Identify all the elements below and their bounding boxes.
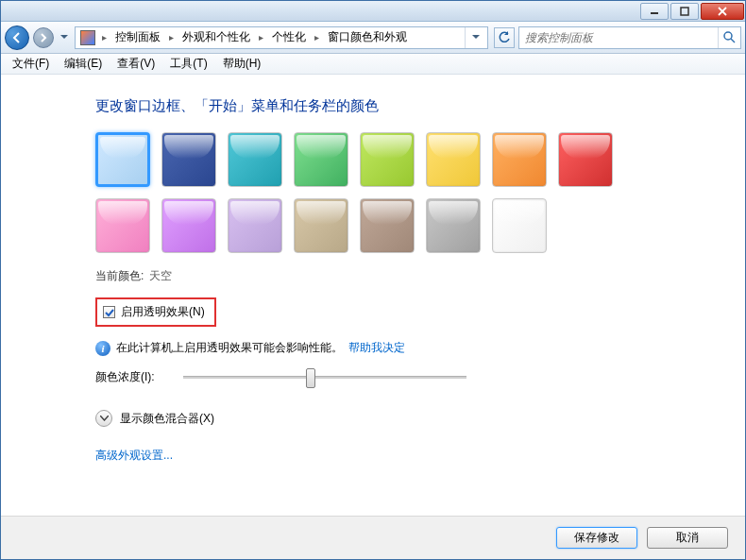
color-swatch[interactable]: [360, 198, 415, 253]
color-swatch[interactable]: [161, 132, 216, 187]
search-input[interactable]: [519, 27, 718, 48]
menu-help[interactable]: 帮助(H): [215, 55, 269, 74]
performance-warning-text: 在此计算机上启用透明效果可能会影响性能。: [116, 340, 343, 356]
titlebar: [1, 1, 745, 22]
back-button[interactable]: [5, 25, 29, 50]
color-swatch[interactable]: [161, 198, 216, 253]
search-button[interactable]: [718, 27, 740, 48]
current-color-label: 当前颜色:: [95, 268, 144, 284]
color-swatch[interactable]: [360, 132, 415, 187]
cancel-button[interactable]: 取消: [647, 527, 728, 549]
breadcrumb-segment[interactable]: 窗口颜色和外观: [323, 28, 412, 47]
page-heading: 更改窗口边框、「开始」菜单和任务栏的颜色: [95, 97, 711, 115]
color-swatch[interactable]: [426, 132, 481, 187]
color-swatches: [95, 132, 662, 253]
color-mixer-row: 显示颜色混合器(X): [95, 410, 711, 427]
transparency-checkbox[interactable]: [103, 306, 115, 318]
breadcrumb-segment[interactable]: 控制面板: [110, 28, 165, 47]
color-swatch[interactable]: [294, 132, 348, 187]
intensity-slider[interactable]: [183, 376, 466, 379]
info-icon: i: [95, 341, 110, 356]
intensity-label: 颜色浓度(I):: [95, 369, 155, 385]
breadcrumb-segment[interactable]: 外观和个性化: [178, 28, 255, 47]
address-dropdown[interactable]: [465, 27, 485, 48]
color-swatch[interactable]: [492, 198, 547, 253]
menu-tools[interactable]: 工具(T): [162, 55, 214, 74]
footer-bar: 保存修改 取消: [1, 516, 745, 559]
forward-button[interactable]: [33, 27, 54, 48]
close-button[interactable]: [701, 3, 744, 20]
control-panel-icon: [80, 30, 95, 45]
navigation-bar: ▸ 控制面板 ▸ 外观和个性化 ▸ 个性化 ▸ 窗口颜色和外观: [1, 22, 745, 54]
advanced-appearance-link[interactable]: 高级外观设置...: [95, 448, 173, 464]
svg-rect-1: [681, 8, 688, 15]
transparency-label: 启用透明效果(N): [121, 304, 205, 320]
menu-bar: 文件(F) 编辑(E) 查看(V) 工具(T) 帮助(H): [1, 54, 745, 75]
menu-edit[interactable]: 编辑(E): [57, 55, 110, 74]
chevron-right-icon: ▸: [313, 32, 321, 42]
menu-view[interactable]: 查看(V): [110, 55, 162, 74]
chevron-right-icon: ▸: [167, 32, 176, 42]
transparency-highlight: 启用透明效果(N): [95, 297, 216, 327]
mixer-label: 显示颜色混合器(X): [120, 411, 214, 427]
color-swatch[interactable]: [228, 132, 282, 187]
chevron-right-icon: ▸: [257, 32, 265, 42]
color-swatch[interactable]: [294, 198, 348, 253]
expand-mixer-button[interactable]: [95, 410, 112, 427]
search-bar: [518, 26, 741, 49]
color-swatch[interactable]: [492, 132, 547, 187]
content-area: 更改窗口边框、「开始」菜单和任务栏的颜色 当前颜色: 天空 启用透明效果(N) …: [1, 75, 745, 516]
intensity-row: 颜色浓度(I):: [95, 369, 711, 385]
current-color-value: 天空: [149, 268, 172, 284]
maximize-button[interactable]: [670, 3, 699, 20]
color-swatch[interactable]: [95, 132, 150, 187]
menu-file[interactable]: 文件(F): [5, 55, 57, 74]
color-swatch[interactable]: [228, 198, 282, 253]
svg-point-4: [724, 32, 732, 40]
svg-line-5: [731, 39, 735, 42]
save-button[interactable]: 保存修改: [556, 527, 637, 549]
color-swatch[interactable]: [426, 198, 481, 253]
refresh-button[interactable]: [494, 27, 515, 48]
breadcrumb-segment[interactable]: 个性化: [267, 28, 311, 47]
performance-warning-row: i 在此计算机上启用透明效果可能会影响性能。 帮助我决定: [95, 340, 711, 356]
color-swatch[interactable]: [558, 132, 613, 187]
slider-thumb[interactable]: [306, 368, 315, 388]
help-decide-link[interactable]: 帮助我决定: [348, 340, 405, 356]
personalization-window: ▸ 控制面板 ▸ 外观和个性化 ▸ 个性化 ▸ 窗口颜色和外观 文件(F) 编辑…: [0, 0, 746, 560]
color-swatch[interactable]: [95, 198, 150, 253]
address-bar[interactable]: ▸ 控制面板 ▸ 外观和个性化 ▸ 个性化 ▸ 窗口颜色和外观: [75, 26, 488, 49]
chevron-right-icon: ▸: [100, 32, 109, 42]
minimize-button[interactable]: [640, 3, 669, 20]
current-color-row: 当前颜色: 天空: [95, 268, 711, 284]
nav-history-dropdown[interactable]: [58, 25, 71, 50]
